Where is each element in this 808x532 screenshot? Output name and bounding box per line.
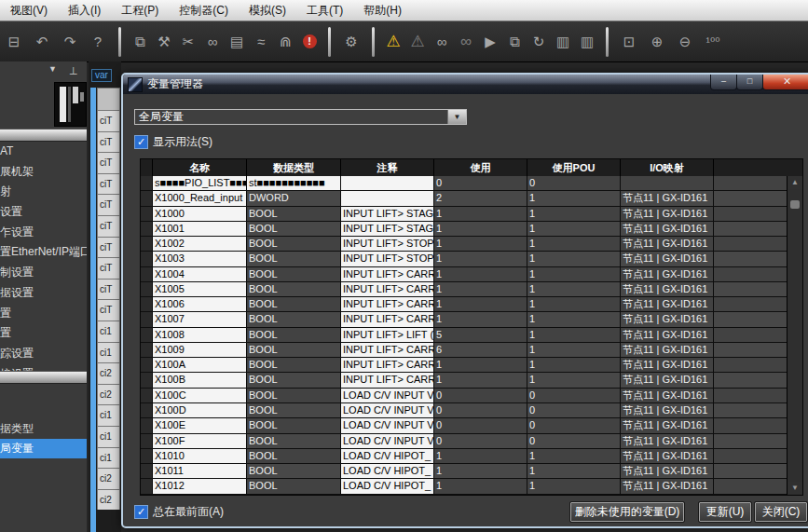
editor-variable-cell[interactable]: ci1	[97, 342, 120, 363]
always-on-top-checkbox[interactable]: ✓	[134, 505, 148, 519]
monitor-off-icon[interactable]: ∞	[454, 28, 478, 56]
vertical-scrollbar[interactable]: ▲ ▼	[787, 176, 802, 495]
cell-comment[interactable]: LOAD C/V INPUT V	[341, 403, 434, 417]
watch-window-icon[interactable]: ∞	[200, 28, 225, 56]
editor-variable-cell[interactable]: ciT	[97, 194, 120, 215]
delete-icon[interactable]: ⊟	[0, 28, 28, 56]
cell-name[interactable]: X1000	[153, 207, 247, 221]
editor-variable-cell[interactable]: ci1	[97, 447, 120, 469]
cell-comment[interactable]: INPUT LIFT> STOP	[341, 237, 434, 251]
editor-variable-cell[interactable]: ciT	[97, 299, 120, 321]
cell-comment[interactable]: INPUT LIFT> STOP	[341, 252, 434, 266]
row-selector[interactable]	[141, 403, 153, 417]
cell-data-type[interactable]: BOOL	[247, 267, 341, 281]
row-selector[interactable]	[141, 418, 153, 432]
copy-run-icon[interactable]: ⧉	[502, 28, 527, 56]
cell-data-type[interactable]: BOOL	[247, 449, 341, 463]
cell-comment[interactable]: LOAD C/V INPUT V	[341, 434, 434, 448]
cell-name[interactable]: X100D	[153, 403, 247, 417]
sidebar-item-10[interactable]: 置	[0, 323, 87, 344]
cell-name[interactable]: X100E	[153, 418, 247, 432]
cell-data-type[interactable]: BOOL	[247, 252, 341, 266]
offline-icon[interactable]: ⚠	[405, 28, 430, 56]
cell-name[interactable]: X100F	[153, 434, 247, 448]
redo-icon[interactable]: ↷	[56, 28, 84, 56]
row-selector[interactable]	[141, 389, 153, 402]
cell-data-type[interactable]: BOOL	[247, 479, 341, 493]
row-selector[interactable]	[141, 222, 153, 236]
online-icon[interactable]: ⚠	[381, 28, 405, 56]
editor-tab-var[interactable]: var	[91, 69, 112, 82]
sidebar-item-2[interactable]: 展机架	[0, 162, 87, 183]
sidebar-item-3[interactable]: 射	[0, 182, 87, 202]
row-selector[interactable]	[141, 464, 153, 478]
cell-data-type[interactable]: DWORD	[247, 191, 341, 205]
cell-name[interactable]: X1008	[153, 328, 247, 342]
column-header-2[interactable]: 数据类型	[247, 159, 341, 176]
cell-name[interactable]: X100C	[153, 389, 247, 402]
row-selector[interactable]	[141, 207, 153, 221]
cell-data-type[interactable]: BOOL	[247, 373, 341, 387]
cell-name[interactable]: s■■■■PIO_LIST■■■	[153, 176, 247, 190]
sidebar-item-4[interactable]: 设置	[0, 202, 87, 223]
cell-name[interactable]: X1012	[153, 479, 247, 493]
sidebar-item-1[interactable]: AT	[0, 142, 87, 162]
column-header-4[interactable]: 使用	[434, 159, 527, 176]
zoom-in-icon[interactable]: ⊕	[643, 28, 671, 56]
cell-comment[interactable]: INPUT LIFT> CARR	[341, 373, 434, 387]
menu-item-3[interactable]: 工程(P)	[111, 1, 169, 20]
sidebar-item-7[interactable]: 制设置	[0, 263, 87, 283]
row-selector[interactable]	[141, 358, 153, 372]
zoom-out-icon[interactable]: ⊖	[671, 28, 699, 56]
monitor-on-icon[interactable]: ∞	[430, 28, 454, 56]
transfer-to-controller-icon[interactable]: ▥	[551, 28, 575, 56]
column-header-5[interactable]: 使用POU	[527, 159, 621, 176]
menu-item-1[interactable]: 视图(V)	[0, 1, 58, 20]
cell-name[interactable]: X1000_Read_input	[153, 191, 247, 205]
scroll-up-icon[interactable]: ▲	[787, 176, 802, 189]
cell-comment[interactable]: INPUT LIFT> STAG	[341, 222, 434, 236]
row-selector[interactable]	[141, 191, 153, 205]
cell-name[interactable]: X100B	[153, 373, 247, 387]
cell-name[interactable]: X1009	[153, 343, 247, 357]
close-dialog-button[interactable]: 关闭(C)	[755, 502, 807, 522]
zoom-100-icon[interactable]: ¹⁰⁰	[699, 28, 727, 56]
sidebar-item-据类型[interactable]: 据类型	[0, 419, 87, 439]
editor-variable-cell[interactable]: ciT	[97, 257, 120, 279]
cell-data-type[interactable]: BOOL	[247, 464, 341, 478]
row-selector[interactable]	[141, 282, 153, 296]
row-selector[interactable]	[141, 434, 153, 448]
cell-name[interactable]: X1010	[153, 449, 247, 463]
editor-variable-cell[interactable]: ciT	[97, 152, 120, 173]
cell-data-type[interactable]: BOOL	[247, 328, 341, 342]
cascade-windows-icon[interactable]: ⧉	[128, 28, 152, 56]
cell-comment[interactable]: LOAD C/V HIPOT_	[341, 464, 434, 478]
cell-comment[interactable]: INPUT LIFT> CARR	[341, 297, 434, 311]
cell-comment[interactable]: INPUT LIFT> CARR	[341, 358, 434, 372]
variable-manager-icon[interactable]: ⚙	[337, 28, 365, 56]
row-selector[interactable]	[141, 373, 153, 387]
editor-variable-cell[interactable]: ci1	[97, 426, 120, 447]
sidebar-item-局变量[interactable]: 局变量	[0, 439, 87, 458]
dialog-title-bar[interactable]: 变量管理器 – □ ✕	[123, 75, 808, 94]
cut-icon[interactable]: ✂	[176, 28, 200, 56]
minimize-button[interactable]: –	[710, 75, 737, 90]
cell-data-type[interactable]: st■■■■■■■■■■■	[247, 176, 341, 190]
cell-data-type[interactable]: BOOL	[247, 403, 341, 417]
menu-item-5[interactable]: 模拟(S)	[239, 1, 296, 20]
menu-item-6[interactable]: 工具(T)	[296, 1, 353, 20]
row-selector[interactable]	[141, 176, 153, 190]
row-selector[interactable]	[141, 449, 153, 463]
editor-variable-cell[interactable]: ci2	[97, 489, 120, 511]
close-button[interactable]: ✕	[762, 75, 808, 90]
column-header-3[interactable]: 注释	[341, 159, 434, 176]
cell-comment[interactable]	[341, 176, 434, 190]
chevron-down-icon[interactable]: ▼	[48, 64, 57, 74]
row-selector[interactable]	[141, 328, 153, 342]
maximize-button[interactable]: □	[736, 75, 763, 90]
row-selector[interactable]	[141, 237, 153, 251]
sidebar-item-8[interactable]: 据设置	[0, 283, 87, 304]
transfer-from-controller-icon[interactable]: ▥	[575, 28, 599, 56]
cell-comment[interactable]	[341, 191, 434, 205]
fit-zoom-icon[interactable]: ⊡	[615, 28, 643, 56]
